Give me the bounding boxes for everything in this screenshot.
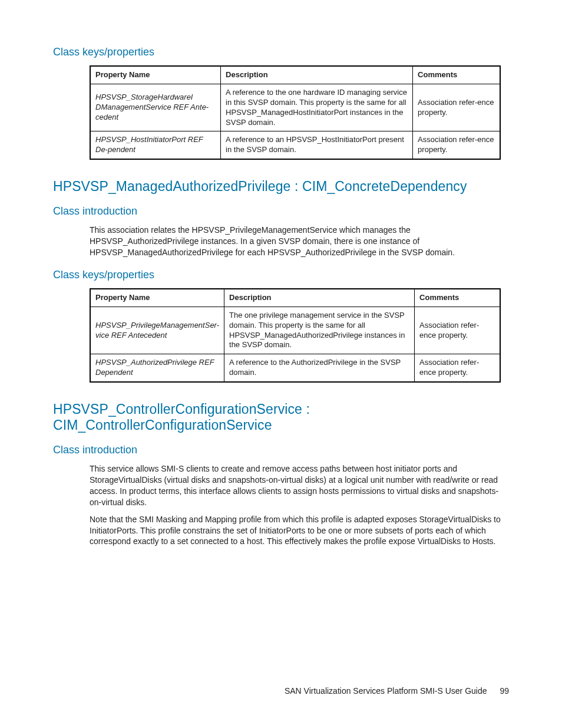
class-intro-heading-2: Class introduction (53, 205, 509, 218)
col-property-name: Property Name (90, 289, 224, 307)
intro-paragraph: Note that the SMI Masking and Mapping pr… (90, 514, 503, 548)
description-cell: A reference to the AuthorizedPrivilege i… (224, 354, 415, 382)
col-property-name: Property Name (90, 66, 221, 84)
table-row: HPSVSP_AuthorizedPrivilege REF Dependent… (90, 354, 500, 382)
comments-cell: Association refer-ence property. (413, 84, 500, 131)
intro-paragraph: This association relates the HPSVSP_Priv… (90, 225, 503, 258)
col-description: Description (224, 289, 415, 307)
class-keys-heading-1: Class keys/properties (53, 46, 509, 58)
col-description: Description (221, 66, 413, 84)
class-keys-heading-2: Class keys/properties (53, 269, 509, 281)
comments-cell: Association refer-ence property. (415, 354, 500, 382)
description-cell: The one privilege management service in … (224, 307, 415, 354)
footer-doc-title: SAN Virtualization Services Platform SMI… (285, 686, 487, 696)
property-name-cell: HPSVSP_AuthorizedPrivilege REF Dependent (90, 354, 224, 382)
properties-table-1: Property Name Description Comments HPSVS… (90, 65, 501, 160)
comments-cell: Association refer-ence property. (413, 131, 500, 159)
section-heading-managed-authorized-privilege: HPSVSP_ManagedAuthorizedPrivilege : CIM_… (53, 179, 509, 195)
table-row: HPSVSP_PrivilegeManagementSer-vice REF A… (90, 307, 500, 354)
comments-cell: Association refer-ence property. (415, 307, 500, 354)
footer-page-number: 99 (500, 686, 509, 696)
property-name-cell: HPSVSP_StorageHardwareI DManagementServi… (90, 84, 221, 131)
page-footer: SAN Virtualization Services Platform SMI… (285, 686, 509, 696)
table-row: HPSVSP_StorageHardwareI DManagementServi… (90, 84, 500, 131)
table-row: HPSVSP_HostInitiatorPort REF De-pendent … (90, 131, 500, 159)
property-name-cell: HPSVSP_HostInitiatorPort REF De-pendent (90, 131, 221, 159)
intro-paragraph: This service allows SMI-S clients to cre… (90, 463, 503, 508)
col-comments: Comments (413, 66, 500, 84)
description-cell: A reference to an HPSVSP_HostInitiatorPo… (221, 131, 413, 159)
section-heading-controller-configuration-service: HPSVSP_ControllerConfigurationService : … (53, 401, 509, 433)
class-intro-heading-3: Class introduction (53, 444, 509, 456)
property-name-cell: HPSVSP_PrivilegeManagementSer-vice REF A… (90, 307, 224, 354)
properties-table-2: Property Name Description Comments HPSVS… (90, 288, 501, 383)
col-comments: Comments (415, 289, 500, 307)
description-cell: A reference to the one hardware ID manag… (221, 84, 413, 131)
